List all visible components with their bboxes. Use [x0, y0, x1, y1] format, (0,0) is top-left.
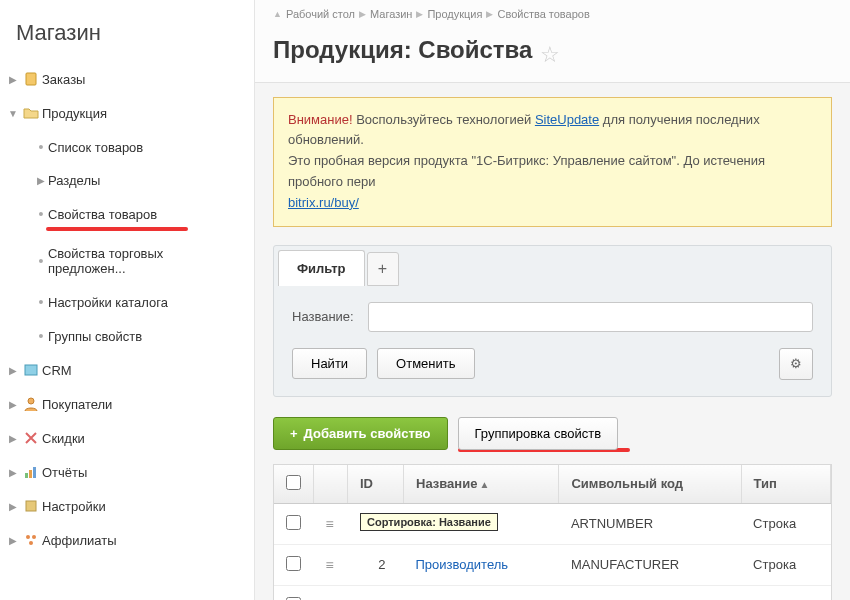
discount-icon: [20, 430, 42, 446]
cell-type: Строка: [741, 544, 830, 585]
sidebar-item-label: Отчёты: [42, 465, 87, 480]
svg-point-9: [29, 541, 33, 545]
breadcrumb-link[interactable]: Магазин: [370, 8, 412, 20]
filter-input-name[interactable]: [368, 302, 813, 332]
svg-rect-0: [26, 73, 36, 85]
svg-point-2: [28, 398, 34, 404]
group-properties-button[interactable]: Группировка свойств: [458, 417, 619, 450]
sidebar-item-buyers[interactable]: ▶Покупатели: [0, 387, 254, 421]
sidebar-item-label: CRM: [42, 363, 72, 378]
col-type[interactable]: Тип: [741, 465, 830, 504]
sidebar-item-product-list[interactable]: •Список товаров: [0, 130, 254, 164]
alert-text: Это пробная версия продукта "1С-Битрикс:…: [288, 153, 765, 189]
sort-asc-icon: ▲: [479, 479, 489, 490]
gear-icon: ⚙: [790, 356, 802, 371]
toolbar: +Добавить свойство Группировка свойств: [273, 417, 832, 452]
breadcrumb-up-icon[interactable]: ▲: [273, 9, 282, 19]
svg-point-8: [32, 535, 36, 539]
alert-warning: Внимание!: [288, 112, 353, 127]
sidebar-title: Магазин: [0, 8, 254, 62]
buyers-icon: [20, 396, 42, 412]
reports-icon: [20, 464, 42, 480]
svg-rect-4: [29, 470, 32, 478]
find-button[interactable]: Найти: [292, 348, 367, 379]
data-grid: ID Название▲ Сортировка: Название Символ…: [273, 464, 832, 600]
sort-tooltip: Сортировка: Название: [360, 513, 498, 531]
col-code[interactable]: Символьный код: [559, 465, 741, 504]
sidebar-item-reports[interactable]: ▶Отчёты: [0, 455, 254, 489]
row-checkbox[interactable]: [286, 597, 301, 600]
folder-icon: [20, 105, 42, 121]
row-menu-icon[interactable]: ≡: [326, 516, 333, 532]
sidebar-item-settings[interactable]: ▶Настройки: [0, 489, 254, 523]
col-actions: [314, 465, 348, 504]
sidebar-item-label: Заказы: [42, 72, 85, 87]
sidebar-item-label: Настройки: [42, 499, 106, 514]
add-property-button[interactable]: +Добавить свойство: [273, 417, 448, 450]
chevron-right-icon: ▶: [6, 365, 20, 376]
chevron-right-icon: ▶: [416, 9, 423, 19]
table-row: ≡3МатериалMATERIALСтрока: [274, 585, 831, 600]
row-menu-icon[interactable]: ≡: [326, 557, 333, 573]
sidebar-item-property-groups[interactable]: •Группы свойств: [0, 319, 254, 353]
chevron-right-icon: ▶: [486, 9, 493, 19]
col-checkbox: [274, 465, 314, 504]
sidebar-item-label: Свойства торговых предложен...: [48, 246, 244, 276]
bullet-icon: •: [34, 328, 48, 344]
sidebar-item-affiliates[interactable]: ▶Аффилиаты: [0, 523, 254, 557]
main-content: ▲ Рабочий стол ▶ Магазин ▶ Продукция ▶ С…: [255, 0, 850, 600]
filter-label-name: Название:: [292, 309, 354, 324]
favorite-star-icon[interactable]: ☆: [540, 42, 560, 67]
alert-text: Воспользуйтесь технологией: [353, 112, 535, 127]
svg-point-7: [26, 535, 30, 539]
chevron-right-icon: ▶: [359, 9, 366, 19]
filter-add-tab-button[interactable]: +: [367, 252, 399, 286]
breadcrumb-link[interactable]: Свойства товаров: [497, 8, 589, 20]
cell-type: Строка: [741, 503, 830, 544]
sidebar-item-catalog-settings[interactable]: •Настройки каталога: [0, 285, 254, 319]
sidebar-item-discounts[interactable]: ▶Скидки: [0, 421, 254, 455]
sidebar-item-label: Свойства товаров: [48, 207, 157, 222]
svg-rect-3: [25, 473, 28, 478]
col-name[interactable]: Название▲ Сортировка: Название: [404, 465, 559, 504]
alert-link-siteupdate[interactable]: SiteUpdate: [535, 112, 599, 127]
svg-rect-5: [33, 467, 36, 478]
table-row: ≡1АртикулARTNUMBERСтрока: [274, 503, 831, 544]
crm-icon: [20, 362, 42, 378]
col-id[interactable]: ID: [348, 465, 404, 504]
sidebar-item-offer-properties[interactable]: •Свойства торговых предложен...: [0, 237, 254, 285]
cell-code: MANUFACTURER: [559, 544, 741, 585]
filter-settings-button[interactable]: ⚙: [779, 348, 813, 380]
filter-tab[interactable]: Фильтр: [278, 250, 365, 286]
col-name-label: Название: [416, 476, 477, 491]
bullet-icon: •: [34, 139, 48, 155]
chevron-down-icon: ▼: [6, 108, 20, 119]
page-header: Продукция: Свойства ☆: [255, 28, 850, 83]
table-row: ≡2ПроизводительMANUFACTURERСтрока: [274, 544, 831, 585]
chevron-right-icon: ▶: [34, 175, 48, 186]
sidebar-item-orders[interactable]: ▶ Заказы: [0, 62, 254, 96]
svg-rect-6: [26, 501, 36, 511]
sidebar-item-label: Покупатели: [42, 397, 112, 412]
cell-type: Строка: [741, 585, 830, 600]
cell-id: 3: [348, 585, 404, 600]
svg-rect-1: [25, 365, 37, 375]
sidebar-item-sections[interactable]: ▶Разделы: [0, 164, 254, 197]
chevron-right-icon: ▶: [6, 535, 20, 546]
row-checkbox[interactable]: [286, 556, 301, 571]
row-checkbox[interactable]: [286, 515, 301, 530]
breadcrumb-link[interactable]: Продукция: [427, 8, 482, 20]
sidebar-item-label: Разделы: [48, 173, 100, 188]
chevron-right-icon: ▶: [6, 74, 20, 85]
alert-link-buy[interactable]: bitrix.ru/buy/: [288, 195, 359, 210]
cancel-button[interactable]: Отменить: [377, 348, 474, 379]
cell-name-link[interactable]: Производитель: [416, 557, 509, 572]
sidebar-item-crm[interactable]: ▶CRM: [0, 353, 254, 387]
select-all-checkbox[interactable]: [286, 475, 301, 490]
breadcrumb-link[interactable]: Рабочий стол: [286, 8, 355, 20]
sidebar-item-products[interactable]: ▼ Продукция: [0, 96, 254, 130]
sidebar-item-product-properties[interactable]: •Свойства товаров: [0, 197, 254, 231]
highlight-underline: [46, 227, 188, 231]
sidebar-item-label: Аффилиаты: [42, 533, 117, 548]
button-label: Добавить свойство: [304, 426, 431, 441]
